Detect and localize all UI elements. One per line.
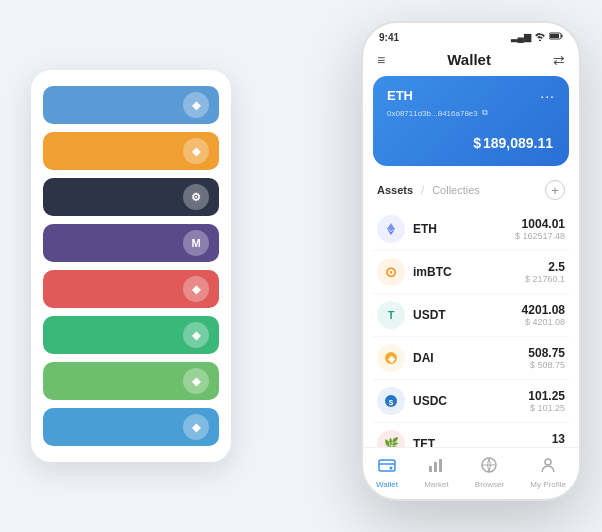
imbtc-amount: 2.5: [525, 260, 565, 274]
card-icon: ◆: [183, 322, 209, 348]
usdt-usd: $ 4201.08: [522, 317, 565, 327]
card-item[interactable]: ◆: [43, 270, 219, 308]
nav-market[interactable]: Market: [424, 456, 448, 489]
svg-point-10: [390, 467, 393, 470]
dai-usd: $ 508.75: [528, 360, 565, 370]
card-item[interactable]: ◆: [43, 362, 219, 400]
status-icons: ▂▄▆: [511, 31, 563, 43]
tft-amount: 13: [552, 432, 565, 446]
bottom-nav: Wallet Market Browser My Profile: [363, 447, 579, 499]
usdt-icon: T: [377, 301, 405, 329]
svg-point-16: [545, 459, 551, 465]
card-icon: ◆: [183, 276, 209, 302]
svg-rect-11: [429, 466, 432, 472]
asset-row-usdc[interactable]: $ USDC 101.25 $ 101.25: [373, 380, 569, 423]
eth-card-label: ETH: [387, 88, 413, 103]
eth-balance: $189,089.11: [387, 128, 555, 154]
usdt-name: USDT: [413, 308, 446, 322]
asset-right: 101.25 $ 101.25: [528, 389, 565, 413]
scene: ◆ ◆ ⚙ M ◆ ◆ ◆ ◆ 9:41 ▂▄▆: [11, 11, 591, 521]
nav-wallet[interactable]: Wallet: [376, 456, 398, 489]
asset-left: $ USDC: [377, 387, 447, 415]
profile-nav-label: My Profile: [530, 480, 566, 489]
asset-row-imbtc[interactable]: ⊙ imBTC 2.5 $ 21760.1: [373, 251, 569, 294]
wallet-nav-label: Wallet: [376, 480, 398, 489]
battery-icon: [549, 32, 563, 42]
asset-row-usdt[interactable]: T USDT 4201.08 $ 4201.08: [373, 294, 569, 337]
usdt-amount: 4201.08: [522, 303, 565, 317]
signal-icon: ▂▄▆: [511, 32, 531, 42]
wallet-nav-icon: [378, 456, 396, 478]
imbtc-icon: ⊙: [377, 258, 405, 286]
card-item[interactable]: ◆: [43, 408, 219, 446]
tab-divider: /: [421, 184, 424, 196]
svg-rect-2: [550, 34, 559, 38]
status-time: 9:41: [379, 32, 399, 43]
profile-nav-icon: [539, 456, 557, 478]
browser-nav-label: Browser: [475, 480, 504, 489]
imbtc-name: imBTC: [413, 265, 452, 279]
wifi-icon: [534, 31, 546, 43]
eth-amount: 1004.01: [515, 217, 565, 231]
card-icon: ◆: [183, 368, 209, 394]
asset-left: ◈ DAI: [377, 344, 434, 372]
status-bar: 9:41 ▂▄▆: [363, 23, 579, 47]
asset-row-eth[interactable]: ETH 1004.01 $ 162517.48: [373, 208, 569, 251]
nav-profile[interactable]: My Profile: [530, 456, 566, 489]
asset-right: 508.75 $ 508.75: [528, 346, 565, 370]
assets-header: Assets / Collecties +: [363, 176, 579, 208]
tft-name: TFT: [413, 437, 435, 447]
asset-row-tft[interactable]: 🌿 TFT 13 0: [373, 423, 569, 447]
nav-browser[interactable]: Browser: [475, 456, 504, 489]
asset-left: ⊙ imBTC: [377, 258, 452, 286]
eth-usd: $ 162517.48: [515, 231, 565, 241]
asset-right: 4201.08 $ 4201.08: [522, 303, 565, 327]
dai-name: DAI: [413, 351, 434, 365]
eth-card-menu[interactable]: ···: [540, 88, 555, 104]
svg-rect-9: [379, 460, 395, 471]
asset-list: ETH 1004.01 $ 162517.48 ⊙ imBTC 2.5 $ 21…: [363, 208, 579, 447]
copy-icon[interactable]: ⧉: [482, 108, 488, 118]
tab-collecties[interactable]: Collecties: [432, 184, 480, 196]
phone-header: ≡ Wallet ⇄: [363, 47, 579, 76]
card-item[interactable]: M: [43, 224, 219, 262]
svg-text:$: $: [389, 398, 394, 407]
phone-mockup: 9:41 ▂▄▆ ≡ Wallet ⇄ ETH ···: [361, 21, 581, 501]
eth-card-top: ETH ···: [387, 88, 555, 104]
eth-icon: [377, 215, 405, 243]
card-icon: ◆: [183, 92, 209, 118]
usdc-usd: $ 101.25: [528, 403, 565, 413]
card-stack: ◆ ◆ ⚙ M ◆ ◆ ◆ ◆: [31, 70, 231, 462]
dai-icon: ◈: [377, 344, 405, 372]
card-item[interactable]: ◆: [43, 86, 219, 124]
usdc-name: USDC: [413, 394, 447, 408]
usdc-amount: 101.25: [528, 389, 565, 403]
tab-assets[interactable]: Assets: [377, 184, 413, 196]
browser-nav-icon: [480, 456, 498, 478]
dai-amount: 508.75: [528, 346, 565, 360]
svg-rect-1: [561, 35, 563, 38]
eth-card[interactable]: ETH ··· 0x08711d3b...8416a78e3 ⧉ $189,08…: [373, 76, 569, 166]
card-item[interactable]: ◆: [43, 316, 219, 354]
market-nav-icon: [427, 456, 445, 478]
asset-left: 🌿 TFT: [377, 430, 435, 447]
card-item[interactable]: ⚙: [43, 178, 219, 216]
card-icon: ⚙: [183, 184, 209, 210]
assets-tabs: Assets / Collecties: [377, 184, 480, 196]
eth-name: ETH: [413, 222, 437, 236]
wallet-title: Wallet: [447, 51, 491, 68]
add-asset-button[interactable]: +: [545, 180, 565, 200]
market-nav-label: Market: [424, 480, 448, 489]
usdc-icon: $: [377, 387, 405, 415]
asset-right: 13 0: [552, 432, 565, 447]
card-icon: ◆: [183, 414, 209, 440]
svg-marker-3: [387, 223, 395, 231]
imbtc-usd: $ 21760.1: [525, 274, 565, 284]
scan-icon[interactable]: ⇄: [553, 52, 565, 68]
menu-icon[interactable]: ≡: [377, 52, 385, 68]
asset-row-dai[interactable]: ◈ DAI 508.75 $ 508.75: [373, 337, 569, 380]
tft-icon: 🌿: [377, 430, 405, 447]
card-item[interactable]: ◆: [43, 132, 219, 170]
balance-amount: 189,089.11: [483, 135, 553, 151]
svg-text:◈: ◈: [387, 354, 396, 364]
